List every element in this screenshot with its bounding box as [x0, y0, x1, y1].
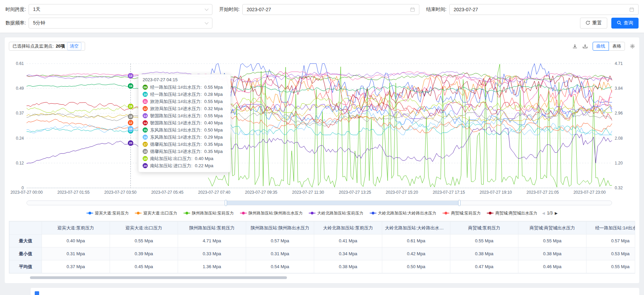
svg-text:2.08: 2.08 — [615, 136, 623, 141]
table-cell: 4.71 Mpa — [178, 235, 246, 247]
svg-text:1.20: 1.20 — [615, 161, 623, 166]
legend-item[interactable]: 迎宾大道:出口压力 — [135, 210, 177, 216]
svg-text:3.84: 3.84 — [615, 86, 623, 91]
svg-text:2023-07-27 13:25: 2023-07-27 13:25 — [339, 190, 371, 195]
legend-item[interactable]: 商贸城:泵前压力 — [442, 210, 481, 216]
chart-toolbar: 曲线 表格 — [572, 42, 635, 51]
svg-text:2023-07-27 07:40: 2023-07-27 07:40 — [198, 190, 230, 195]
datazoom-selected-range[interactable] — [226, 201, 460, 205]
svg-text:2023-07-27 17:15: 2023-07-27 17:15 — [433, 190, 465, 195]
svg-text:0.61: 0.61 — [16, 61, 24, 66]
table-cell: 0.45 Mpa — [110, 260, 178, 273]
table-cell: 0.38 Mpa — [518, 247, 586, 260]
scrollbar-thumb[interactable] — [30, 276, 287, 279]
table-cell: 0.55 Mpa — [110, 235, 178, 247]
download-icon[interactable] — [572, 44, 578, 49]
selected-points-count: 20项 — [56, 43, 65, 49]
table-cell: 0.31 Mpa — [42, 247, 110, 260]
legend-next-icon[interactable]: ▶ — [555, 211, 558, 215]
datazoom-slider[interactable] — [27, 201, 612, 205]
chart-panel-header: 已选择站点及监测点: 20项 清空 曲线 表格 — [9, 41, 635, 51]
table-cell: 0.39 Mpa — [110, 247, 178, 260]
chart-series-line — [27, 112, 612, 126]
table-cell: 0.33 Mpa — [178, 247, 246, 260]
legend-prev-icon[interactable]: ◀ — [542, 211, 545, 215]
svg-text:2023-07-27 00:00: 2023-07-27 00:00 — [11, 190, 43, 195]
calendar-icon — [410, 7, 415, 12]
table-col-header: 商贸城:泵前压力 — [450, 222, 518, 235]
query-button[interactable]: 查询 — [611, 18, 639, 29]
export-icon[interactable] — [582, 44, 588, 49]
table-cell: 0.54 Mpa — [246, 260, 314, 273]
time-span-select[interactable]: 1天 — [29, 4, 212, 15]
svg-text:15: 15 — [129, 84, 132, 88]
table-col-header: 陕州路加压站:陕州路出水压力 — [246, 222, 314, 235]
svg-text:13: 13 — [129, 74, 132, 77]
line-chart[interactable]: 0.614.710.493.840.372.960.242.080.121.20… — [9, 53, 635, 198]
svg-text:20: 20 — [129, 141, 132, 145]
settings-gear-icon[interactable] — [630, 44, 635, 49]
svg-text:4.71: 4.71 — [615, 61, 623, 66]
legend-pager: ◀ 1/3 ▶ — [542, 211, 558, 215]
table-row-header: 平均值 — [10, 260, 42, 273]
table-cell: 0.57 Mpa — [586, 235, 635, 247]
table-col-header: 陕州路加压站:泵前压力 — [178, 222, 246, 235]
legend-item[interactable]: 商贸城:商贸城出水压力 — [487, 210, 537, 216]
selected-points-chip: 已选择站点及监测点: 20项 清空 — [9, 42, 85, 51]
legend-item[interactable]: 陕州路加压站:泵前压力 — [183, 210, 234, 216]
legend-item[interactable]: 陕州路加压站:陕州路出水压力 — [240, 210, 303, 216]
table-cell: 0.37 Mpa — [42, 260, 110, 273]
legend-item[interactable]: 迎宾大道:泵前压力 — [86, 210, 129, 216]
table-cell: 0.55 Mpa — [518, 235, 586, 247]
end-date-value: 2023-07-27 — [454, 7, 478, 12]
table-cell: 0.50 Mpa — [382, 260, 450, 273]
svg-text:0.32: 0.32 — [615, 186, 623, 190]
chevron-down-icon — [205, 20, 208, 24]
legend-item[interactable]: 大岭北路加压站:大岭路出水压力 — [370, 210, 436, 216]
filter-panel: 时间跨度: 1天 开始时间: 2023-07-27 结束时间: 2023-07-… — [0, 0, 644, 33]
table-corner-cell — [10, 222, 42, 235]
svg-text:2023-07-27 19:10: 2023-07-27 19:10 — [480, 190, 512, 195]
search-icon — [617, 20, 622, 26]
table-row-header: 最大值 — [10, 235, 42, 247]
table-cell: 0.38 Mpa — [314, 260, 382, 273]
chart-series-line — [27, 83, 612, 92]
svg-text:2.96: 2.96 — [615, 111, 623, 116]
frequency-label: 数据频率: — [5, 20, 26, 26]
table-view-button[interactable]: 表格 — [609, 42, 625, 51]
table-col-header: 大岭北路加压站:泵前压力 — [314, 222, 382, 235]
start-date-value: 2023-07-27 — [247, 7, 271, 12]
clear-selection-button[interactable]: 清空 — [67, 42, 81, 50]
start-date-input[interactable]: 2023-07-27 — [242, 4, 419, 15]
chart-canvas[interactable]: 0.614.710.493.840.372.960.242.080.121.20… — [9, 53, 635, 197]
svg-text:0.12: 0.12 — [16, 161, 24, 166]
view-toggle: 曲线 表格 — [593, 42, 625, 51]
datazoom-left-handle[interactable] — [225, 200, 227, 206]
table-col-header: 迎宾大道:出口压力 — [110, 222, 178, 235]
table-cell: 0.38 Mpa — [450, 247, 518, 260]
start-time-label: 开始时间: — [219, 6, 240, 13]
datazoom-right-handle[interactable] — [458, 200, 461, 206]
svg-text:18: 18 — [129, 115, 132, 118]
legend-item[interactable]: 大岭北路加压站:泵前压力 — [309, 210, 363, 216]
time-span-value: 1天 — [33, 6, 41, 13]
filter-actions: 重置 查询 — [580, 18, 639, 29]
time-span-label: 时间跨度: — [5, 6, 26, 13]
table-cell: 0.42 Mpa — [382, 247, 450, 260]
svg-text:2023-07-27 11:30: 2023-07-27 11:30 — [292, 190, 324, 195]
chevron-down-icon — [205, 7, 208, 11]
table-row: 平均值0.37 Mpa0.45 Mpa1.36 Mpa0.54 Mpa0.38 … — [10, 260, 635, 273]
table-col-header: 商贸城:商贸城出水压力 — [518, 222, 586, 235]
next-section-panel — [31, 288, 639, 295]
curve-view-button[interactable]: 曲线 — [593, 42, 609, 51]
calendar-icon — [629, 7, 634, 12]
end-date-input[interactable]: 2023-07-27 — [449, 4, 639, 15]
legend-items: 迎宾大道:泵前压力迎宾大道:出口压力陕州路加压站:泵前压力陕州路加压站:陕州路出… — [86, 210, 537, 216]
table-row-header: 最小值 — [10, 247, 42, 260]
table-col-header: 经一路加压站:1#出水压力 — [586, 222, 635, 235]
frequency-select[interactable]: 5分钟 — [29, 18, 212, 29]
chart-series-line — [27, 127, 612, 163]
svg-text:0: 0 — [21, 186, 24, 190]
svg-text:0.49: 0.49 — [16, 86, 24, 91]
reset-button[interactable]: 重置 — [580, 18, 607, 29]
